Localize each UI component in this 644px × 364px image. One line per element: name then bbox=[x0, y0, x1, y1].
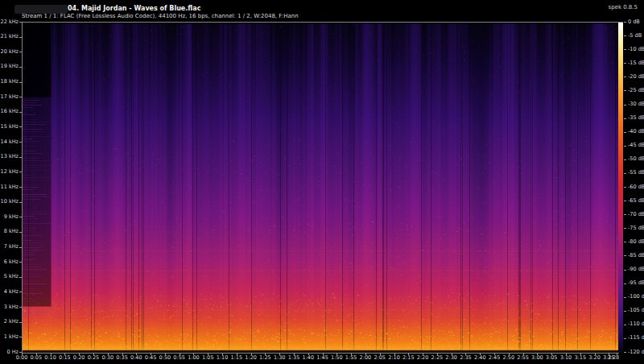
time-label: 1:55 bbox=[345, 355, 357, 361]
time-tick bbox=[437, 353, 438, 355]
time-tick bbox=[551, 353, 552, 355]
time-tick bbox=[452, 353, 452, 355]
time-label: 0:35 bbox=[116, 355, 128, 361]
time-label: 1:45 bbox=[316, 355, 328, 361]
spek-window: 04. Majid Jordan - Waves of Blue.flac St… bbox=[0, 0, 644, 364]
time-label: 3:20 bbox=[588, 355, 601, 361]
freq-label: 1 kHz bbox=[0, 334, 19, 340]
db-tick bbox=[624, 159, 626, 160]
time-label: 1:05 bbox=[202, 355, 214, 361]
time-label: 2:30 bbox=[445, 355, 457, 361]
time-tick bbox=[336, 353, 337, 355]
db-label: -25 dB bbox=[628, 88, 644, 93]
time-tick bbox=[566, 353, 567, 355]
db-tick bbox=[624, 146, 626, 147]
freq-label: 2 kHz bbox=[0, 319, 19, 325]
freq-tick bbox=[19, 262, 22, 263]
db-label: -120 dB bbox=[628, 350, 644, 355]
db-tick bbox=[624, 35, 626, 36]
time-label: 0:40 bbox=[130, 355, 142, 361]
db-tick bbox=[624, 63, 626, 64]
time-tick bbox=[237, 353, 237, 355]
time-label: 0:55 bbox=[173, 355, 185, 361]
freq-tick bbox=[19, 172, 22, 172]
freq-label: 18 kHz bbox=[0, 79, 19, 85]
db-tick bbox=[624, 270, 626, 271]
db-label: -65 dB bbox=[628, 198, 644, 204]
db-label: -105 dB bbox=[628, 308, 644, 313]
db-label: -90 dB bbox=[628, 267, 644, 272]
db-tick bbox=[624, 118, 626, 119]
time-label: 3:15 bbox=[574, 355, 586, 361]
time-label: 3:10 bbox=[560, 355, 572, 361]
freq-tick bbox=[19, 126, 22, 127]
freq-tick bbox=[19, 247, 22, 248]
freq-tick bbox=[19, 307, 22, 308]
freq-tick bbox=[19, 337, 22, 337]
db-tick bbox=[624, 325, 626, 325]
time-label: 1:20 bbox=[245, 355, 257, 361]
time-tick bbox=[93, 353, 94, 355]
time-tick bbox=[193, 353, 194, 355]
time-tick bbox=[580, 353, 581, 355]
freq-tick bbox=[19, 142, 22, 143]
db-label: 0 dB bbox=[628, 19, 640, 25]
db-tick bbox=[624, 201, 626, 201]
db-label: -45 dB bbox=[628, 143, 644, 148]
freq-label: 12 kHz bbox=[0, 169, 19, 175]
db-tick bbox=[624, 49, 626, 50]
db-tick bbox=[624, 187, 626, 188]
time-label: 0:20 bbox=[73, 355, 85, 361]
time-tick bbox=[165, 353, 166, 355]
freq-tick bbox=[19, 187, 22, 188]
time-tick bbox=[222, 353, 223, 355]
time-label: 0:25 bbox=[88, 355, 100, 361]
time-label: 0:45 bbox=[145, 355, 157, 361]
time-tick bbox=[279, 353, 280, 355]
time-label: 1:10 bbox=[217, 355, 229, 361]
time-label: 2:25 bbox=[431, 355, 444, 361]
time-tick bbox=[22, 353, 23, 355]
freq-tick bbox=[19, 292, 22, 292]
db-tick bbox=[624, 173, 626, 174]
time-tick bbox=[36, 353, 37, 355]
db-label: -85 dB bbox=[628, 253, 644, 259]
time-label: 2:00 bbox=[360, 355, 372, 361]
time-tick bbox=[323, 353, 324, 355]
time-duration-label: 3:28 bbox=[608, 355, 620, 361]
freq-label: 16 kHz bbox=[0, 109, 19, 114]
time-tick bbox=[423, 353, 423, 355]
db-label: -75 dB bbox=[628, 225, 644, 231]
freq-label: 19 kHz bbox=[0, 64, 19, 69]
db-tick bbox=[624, 228, 626, 229]
db-tick bbox=[624, 255, 626, 256]
freq-label: 15 kHz bbox=[0, 124, 19, 130]
time-tick bbox=[523, 353, 524, 355]
time-tick bbox=[64, 353, 65, 355]
time-tick bbox=[151, 353, 151, 355]
time-tick bbox=[136, 353, 137, 355]
time-label: 1:00 bbox=[188, 355, 200, 361]
time-label: 3:05 bbox=[546, 355, 558, 361]
time-label: 0:05 bbox=[30, 355, 42, 361]
db-label: -70 dB bbox=[628, 212, 644, 217]
freq-tick bbox=[19, 217, 22, 217]
time-label: 2:35 bbox=[460, 355, 472, 361]
freq-label: 13 kHz bbox=[0, 154, 19, 159]
time-tick bbox=[351, 353, 352, 355]
time-tick bbox=[480, 353, 481, 355]
time-label: 2:40 bbox=[474, 355, 486, 361]
time-tick bbox=[380, 353, 381, 355]
time-tick bbox=[617, 353, 617, 355]
freq-label: 21 kHz bbox=[0, 34, 19, 39]
app-version-label: spek 0.8.5 bbox=[609, 4, 638, 10]
db-tick bbox=[624, 90, 626, 91]
freq-label: 10 kHz bbox=[0, 199, 19, 205]
time-label: 2:05 bbox=[374, 355, 386, 361]
time-tick bbox=[79, 353, 80, 355]
time-label: 1:25 bbox=[259, 355, 271, 361]
freq-tick bbox=[19, 52, 22, 52]
freq-label: 7 kHz bbox=[0, 244, 19, 250]
time-label: 0:00 bbox=[16, 355, 28, 361]
db-tick bbox=[624, 242, 626, 242]
